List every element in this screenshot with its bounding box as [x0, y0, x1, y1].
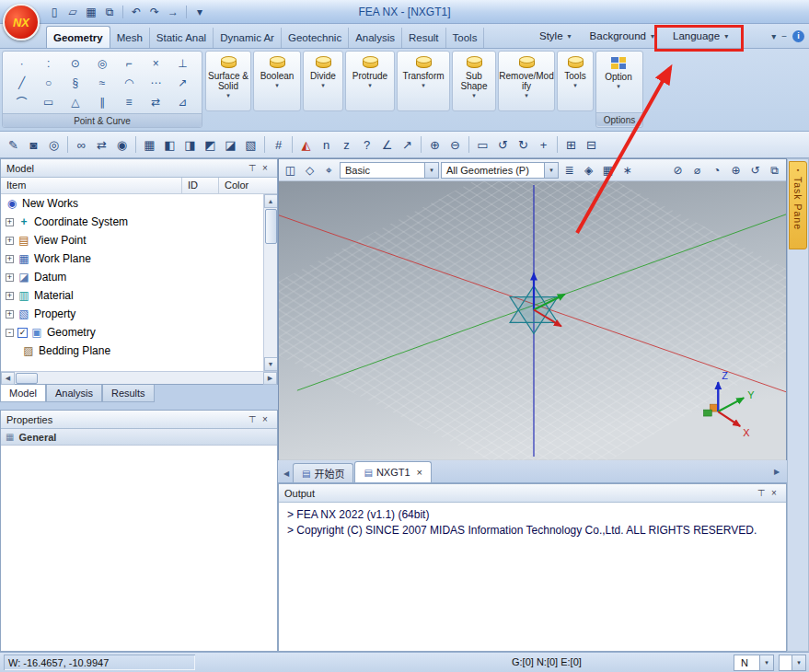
- unlock-icon[interactable]: ◎: [44, 135, 64, 155]
- tree-item-geometry[interactable]: - ✓ ▣ Geometry: [1, 323, 263, 342]
- expand-icon[interactable]: +: [6, 310, 14, 319]
- menu-background[interactable]: Background▾: [581, 24, 664, 48]
- triangle-icon[interactable]: △: [64, 95, 87, 110]
- tab-scroll-right-icon[interactable]: ▶: [770, 463, 783, 481]
- expand-icon[interactable]: +: [6, 218, 14, 226]
- tree-item-new-works[interactable]: ◉ New Works: [1, 194, 263, 213]
- intersect-icon[interactable]: ×: [144, 56, 167, 71]
- scroll-up-icon[interactable]: ▲: [264, 194, 278, 208]
- chevron-down-icon[interactable]: ▾: [792, 655, 805, 670]
- ribbon-tab-analysis[interactable]: Analysis: [349, 28, 402, 48]
- scrollbar-thumb[interactable]: [16, 373, 38, 384]
- zoom-window-icon[interactable]: ⊕: [727, 161, 745, 179]
- scroll-down-icon[interactable]: ▼: [264, 357, 278, 371]
- wave-icon[interactable]: ≈: [91, 75, 113, 90]
- ribbon-tab-result[interactable]: Result: [402, 28, 446, 48]
- protrude-button[interactable]: Protrude▾: [345, 51, 395, 111]
- mesh-display-icon[interactable]: ◭: [296, 135, 316, 155]
- ribbon-tab-mesh[interactable]: Mesh: [110, 28, 150, 48]
- orbit-icon[interactable]: ◔: [708, 161, 725, 179]
- grid-view-icon[interactable]: ⊞: [561, 135, 581, 155]
- properties-section-general[interactable]: ▦ General: [1, 429, 277, 446]
- capture-icon[interactable]: ⧉: [766, 161, 783, 179]
- point-icon[interactable]: ∙: [11, 56, 33, 71]
- ribbon-tab-tools[interactable]: Tools: [446, 28, 485, 48]
- sync-icon[interactable]: ⇄: [92, 135, 111, 155]
- customize-quick-access-icon[interactable]: ▾: [191, 4, 208, 20]
- view-manager-icon[interactable]: ⌖: [320, 161, 338, 179]
- undo-icon[interactable]: ↶: [128, 4, 144, 20]
- offset-icon[interactable]: ⊥: [171, 56, 193, 71]
- tab-model[interactable]: Model: [0, 385, 46, 402]
- viewport-canvas[interactable]: Z Y X: [279, 181, 786, 460]
- geometry-tools-button[interactable]: Tools▾: [557, 51, 594, 111]
- snap-grid-icon[interactable]: #: [269, 135, 288, 155]
- tree-item-bedding-plane[interactable]: ▨ Bedding Plane: [1, 342, 263, 360]
- circle-icon[interactable]: ⊙: [64, 56, 87, 71]
- scrollbar-thumb[interactable]: [265, 209, 277, 244]
- divide-button[interactable]: Divide▾: [303, 51, 343, 111]
- view-settings-icon[interactable]: ◉: [112, 135, 132, 155]
- workplane-top-icon[interactable]: ◨: [180, 135, 200, 155]
- open-file-icon[interactable]: ▱: [64, 4, 81, 20]
- dots-icon[interactable]: ⋯: [144, 75, 167, 90]
- selection-filter-select[interactable]: All Geometries (P) ▾: [441, 162, 559, 179]
- tab-scroll-left-icon[interactable]: ◀: [280, 465, 293, 482]
- view-style-select[interactable]: Basic ▾: [340, 162, 439, 179]
- ribbon-tab-geotechnical[interactable]: Geotechnic: [282, 28, 349, 48]
- minimize-ribbon-icon[interactable]: ▾: [771, 31, 776, 41]
- expand-icon[interactable]: +: [6, 273, 14, 282]
- secondary-select[interactable]: ▾: [779, 655, 806, 671]
- column-item[interactable]: Item: [1, 178, 182, 193]
- line-icon[interactable]: ╱: [11, 75, 33, 90]
- chevron-down-icon[interactable]: ▾: [424, 163, 438, 178]
- sub-shape-button[interactable]: Sub Shape▾: [452, 51, 496, 111]
- scroll-left-icon[interactable]: ◀: [1, 372, 15, 385]
- workplane-front-icon[interactable]: ◧: [160, 135, 179, 155]
- lock-icon[interactable]: ◙: [24, 135, 43, 155]
- link-icon[interactable]: ∞: [72, 135, 91, 155]
- option-button[interactable]: Option ▾: [596, 52, 641, 112]
- snap-node-icon[interactable]: n: [317, 135, 336, 155]
- ellipse-icon[interactable]: ◎: [91, 56, 113, 71]
- diameter-icon[interactable]: ⌀: [688, 161, 706, 179]
- polyline-icon[interactable]: ⌐: [118, 56, 140, 71]
- workplane-right-icon[interactable]: ◩: [201, 135, 220, 155]
- fillet-icon[interactable]: ⌒: [11, 95, 33, 110]
- new-file-icon[interactable]: ▯: [46, 4, 63, 20]
- render-mode-icon[interactable]: ◇: [301, 161, 318, 179]
- ribbon-tab-dynamic-analysis[interactable]: Dynamic Ar: [214, 28, 282, 48]
- close-icon[interactable]: ×: [768, 487, 780, 500]
- swap-icon[interactable]: ⇄: [144, 95, 167, 110]
- surface-solid-button[interactable]: Surface & Solid▾: [205, 51, 251, 111]
- scroll-right-icon[interactable]: ▶: [263, 372, 277, 385]
- axis-toggle-icon[interactable]: ∗: [618, 161, 636, 179]
- tree-horizontal-scrollbar[interactable]: ◀ ▶: [1, 371, 277, 384]
- app-logo-button[interactable]: NX: [3, 4, 40, 41]
- expand-icon[interactable]: +: [6, 292, 14, 300]
- tree-item-coordinate-system[interactable]: + + Coordinate System: [1, 213, 263, 231]
- profile-icon[interactable]: ⊿: [171, 95, 193, 110]
- minimize-icon[interactable]: −: [781, 31, 787, 41]
- arc-icon[interactable]: ◠: [118, 75, 140, 90]
- column-id[interactable]: ID: [182, 178, 219, 193]
- parallel-icon[interactable]: ∥: [91, 95, 113, 110]
- tree-vertical-scrollbar[interactable]: ▲ ▼: [263, 194, 277, 371]
- rotate-cw-icon[interactable]: ↻: [514, 135, 533, 155]
- polygon-icon[interactable]: ○: [38, 75, 60, 90]
- expand-icon[interactable]: +: [6, 255, 14, 263]
- tab-analysis[interactable]: Analysis: [46, 385, 102, 402]
- remove-modify-button[interactable]: Remove/Modify▾: [498, 51, 555, 111]
- script-edit-icon[interactable]: ✎: [4, 135, 23, 155]
- shade-mode-icon[interactable]: ◈: [580, 161, 597, 179]
- select-box-icon[interactable]: ▭: [473, 135, 492, 155]
- clip-plane-icon[interactable]: ⊘: [669, 161, 687, 179]
- chevron-down-icon[interactable]: ▾: [759, 655, 773, 670]
- tree-item-property[interactable]: + ▧ Property: [1, 305, 263, 323]
- hatch-icon[interactable]: ≡: [118, 95, 140, 110]
- collapse-icon[interactable]: -: [6, 329, 14, 337]
- save-icon[interactable]: ▦: [83, 4, 99, 20]
- tree-item-view-point[interactable]: + ▤ View Point: [1, 231, 263, 249]
- snap-zero-icon[interactable]: z: [337, 135, 356, 155]
- zoom-in-icon[interactable]: ⊕: [425, 135, 445, 155]
